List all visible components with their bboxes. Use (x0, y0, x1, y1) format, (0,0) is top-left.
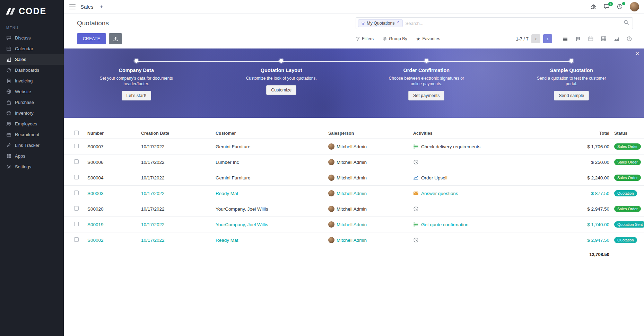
customize-button[interactable]: Customize (266, 85, 296, 95)
cell-creation-date: 10/17/2022 (140, 217, 214, 232)
sidebar-item-label: Dashboards (15, 68, 39, 73)
pager-previous-button[interactable]: ‹ (531, 34, 540, 43)
group-by-button[interactable]: Group By (383, 36, 407, 41)
create-button[interactable]: CREATE (77, 33, 106, 44)
sidebar-item-label: Calendar (15, 46, 33, 51)
remove-filter-icon[interactable]: × (397, 19, 400, 24)
schedule-clock-icon[interactable] (413, 237, 419, 243)
table-row[interactable]: S00003 10/17/2022 Ready Mat Mitchell Adm… (64, 186, 644, 201)
column-header-number[interactable]: Number (86, 128, 140, 139)
status-badge: Sales Order (614, 175, 641, 181)
table-row[interactable]: S00004 10/17/2022 Gemini Furniture Mitch… (64, 170, 644, 186)
column-header-salesperson[interactable]: Salesperson (327, 128, 412, 139)
sidebar-item-dashboards[interactable]: Dashboards (0, 65, 64, 76)
row-checkbox[interactable] (74, 191, 79, 195)
cell-salesperson: Mitchell Admin (337, 206, 367, 212)
sidebar-item-label: Discuss (15, 35, 31, 41)
sidebar-item-purchase[interactable]: Purchase (0, 97, 64, 108)
list-view-button[interactable] (561, 35, 569, 42)
messages-icon[interactable]: 5 (603, 3, 610, 10)
calendar-view-button[interactable] (587, 35, 594, 42)
column-header-activities[interactable]: Activities (412, 128, 559, 139)
row-checkbox[interactable] (74, 206, 79, 211)
search-filter-chip[interactable]: My Quotations × (358, 19, 403, 27)
activity-view-button[interactable] (625, 35, 633, 42)
kanban-view-button[interactable] (574, 35, 582, 42)
table-row[interactable]: S00002 10/17/2022 Ready Mat Mitchell Adm… (64, 232, 644, 248)
funnel-icon (361, 21, 365, 25)
step-title: Company Data (119, 68, 154, 73)
sidebar-item-settings[interactable]: Settings (0, 161, 64, 172)
step-dot (279, 59, 283, 63)
view-switcher (561, 35, 633, 42)
upload-button[interactable] (109, 33, 122, 44)
search-bar[interactable]: My Quotations × (356, 17, 633, 29)
layers-icon (383, 37, 387, 41)
favorites-button[interactable]: ★ Favorites (416, 36, 440, 41)
sidebar-item-sales[interactable]: Sales (0, 54, 64, 65)
cell-creation-date: 10/17/2022 (140, 170, 214, 186)
cell-activity: Check delivery requirements (421, 144, 480, 149)
upsell-chart-icon[interactable] (413, 175, 419, 180)
tasks-list-icon[interactable] (413, 144, 419, 149)
step-description: Choose between electronic signatures or … (386, 76, 466, 87)
debug-bug-icon[interactable] (590, 3, 597, 10)
add-tab-button[interactable]: + (98, 3, 105, 10)
search-icon[interactable] (624, 20, 629, 27)
app-window: CODE MENU Discuss Calendar Sales Dashboa… (0, 0, 644, 336)
send-sample-button[interactable]: Send sample (554, 91, 589, 100)
table-row[interactable]: S00006 10/17/2022 Lumber Inc Mitchell Ad… (64, 154, 644, 170)
row-checkbox[interactable] (74, 144, 79, 148)
sidebar-item-discuss[interactable]: Discuss (0, 33, 64, 43)
search-input[interactable] (406, 21, 621, 26)
topbar-app-name[interactable]: Sales (80, 4, 94, 10)
set-payments-button[interactable]: Set payments (408, 91, 444, 100)
star-icon: ★ (416, 37, 420, 41)
onboarding-step-order-confirmation: Order Confirmation Choose between electr… (354, 59, 499, 118)
calendar-icon (6, 46, 11, 51)
select-all-checkbox[interactable] (74, 131, 79, 135)
sidebar-item-inventory[interactable]: Inventory (0, 108, 64, 118)
sidebar-item-recruitment[interactable]: Recruitment (0, 129, 64, 140)
schedule-clock-icon[interactable] (413, 159, 419, 165)
column-header-customer[interactable]: Customer (214, 128, 327, 139)
upload-icon (113, 36, 118, 42)
row-checkbox[interactable] (74, 222, 79, 226)
pager-next-button[interactable]: › (543, 34, 552, 43)
step-description: Send a quotation to test the customer po… (532, 76, 611, 87)
status-badge: Sales Order (614, 143, 641, 150)
column-header-status[interactable]: Status (613, 128, 644, 139)
email-icon[interactable] (413, 191, 419, 196)
sidebar-item-website[interactable]: Website (0, 86, 64, 97)
table-row[interactable]: S00007 10/17/2022 Gemini Furniture Mitch… (64, 139, 644, 154)
graph-view-button[interactable] (612, 35, 620, 42)
salesperson-avatar (328, 175, 334, 181)
sidebar-item-label: Invoicing (15, 78, 33, 83)
cell-number: S00003 (86, 186, 140, 201)
sidebar-item-invoicing[interactable]: Invoicing (0, 76, 64, 86)
column-header-total[interactable]: Total (559, 128, 613, 139)
row-checkbox[interactable] (74, 237, 79, 242)
cell-salesperson: Mitchell Admin (337, 222, 367, 227)
tasks-list-icon[interactable] (413, 222, 419, 227)
row-checkbox[interactable] (74, 159, 79, 164)
sidebar-item-employees[interactable]: Employees (0, 118, 64, 129)
brand-logo[interactable]: CODE (0, 0, 64, 21)
filters-button[interactable]: Filters (356, 36, 374, 41)
row-checkbox[interactable] (74, 175, 79, 179)
pivot-view-button[interactable] (600, 35, 607, 42)
lets-start-button[interactable]: Let's start! (122, 91, 151, 100)
sidebar-item-calendar[interactable]: Calendar (0, 43, 64, 54)
table-row[interactable]: S00019 10/17/2022 YourCompany, Joel Will… (64, 217, 644, 232)
column-header-creation-date[interactable]: Creation Date (140, 128, 214, 139)
user-avatar[interactable] (630, 2, 639, 11)
sidebar-item-apps[interactable]: Apps (0, 151, 64, 161)
table-row[interactable]: S00020 10/17/2022 YourCompany, Joel Will… (64, 201, 644, 217)
step-dot (569, 59, 573, 63)
schedule-clock-icon[interactable] (413, 206, 419, 212)
hamburger-menu-icon[interactable] (69, 5, 76, 9)
sidebar-item-link-tracker[interactable]: Link Tracker (0, 140, 64, 151)
status-badge: Quotation (614, 190, 637, 196)
activities-clock-icon[interactable] (617, 3, 624, 10)
cell-activity: Get quote confirmation (421, 222, 469, 227)
